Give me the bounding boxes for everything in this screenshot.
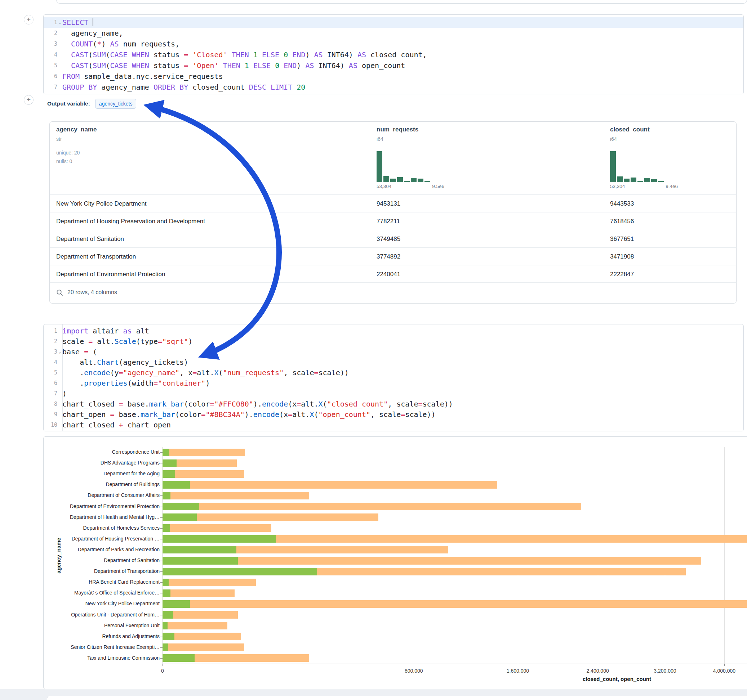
code-line[interactable]: 5 .encode(y="agency_name", x=alt.X("num_… (44, 368, 743, 378)
table-cell: 3471908 (610, 248, 634, 266)
python-code-lines[interactable]: 1import altair as alt2scale = alt.Scale(… (44, 326, 743, 430)
code-token (127, 61, 132, 70)
y-axis-label: Correspondence Unit (44, 449, 160, 455)
code-line[interactable]: 6FROM sample_data.nyc.service_requests (44, 71, 743, 82)
histogram-bar (624, 179, 629, 182)
code-token (62, 39, 71, 48)
code-line[interactable]: 4 CAST(SUM(CASE WHEN status = 'Closed' T… (44, 49, 743, 60)
code-line[interactable]: 4 alt.Chart(agency_tickets) (44, 357, 743, 368)
bar-closed-count (163, 492, 309, 499)
code-token (258, 50, 262, 59)
code-token: (color (175, 410, 201, 419)
bar-closed-count (163, 600, 747, 608)
code-token: ) (62, 389, 67, 398)
gutter-separator (62, 324, 63, 431)
add-cell-button[interactable]: + (24, 15, 33, 24)
code-text: CAST(SUM(CASE WHEN status = 'Closed' THE… (62, 49, 427, 60)
code-token: status (149, 61, 184, 70)
code-line[interactable]: 5 CAST(SUM(CASE WHEN status = 'Open' THE… (44, 60, 743, 71)
code-line[interactable]: 1import altair as alt (44, 326, 743, 336)
code-token: ) (305, 50, 314, 59)
table-cell: 3677651 (610, 230, 634, 248)
code-token: ). (245, 410, 253, 419)
code-token: = (119, 400, 123, 408)
code-line[interactable]: 6 .properties(width="container") (44, 378, 743, 389)
code-token: 0 (275, 61, 279, 70)
search-icon[interactable] (56, 289, 63, 296)
code-token (62, 50, 71, 59)
code-token: X (319, 400, 323, 408)
code-token: alt. (62, 358, 97, 367)
line-number: 2 (44, 28, 57, 39)
code-token: ELSE (253, 61, 271, 70)
x-tick-label: 0 (137, 668, 188, 674)
code-token: = (110, 410, 114, 419)
code-token: = (314, 368, 318, 377)
line-number: 10 (44, 420, 57, 430)
code-line[interactable]: 3⌄base = ( (44, 347, 743, 357)
code-text: GROUP BY agency_name ORDER BY closed_cou… (62, 82, 305, 92)
code-token: CAST (71, 61, 88, 70)
table-cell: 7782211 (377, 213, 400, 230)
code-line[interactable]: 3 COUNT(*) AS num_requests, (44, 39, 743, 49)
gridline (598, 447, 598, 664)
code-token: mark_bar (149, 400, 184, 408)
table-cell: Department of Sanitation (56, 230, 124, 248)
column-name: agency_name (56, 126, 97, 133)
line-number: 7 (44, 389, 57, 399)
table-cell: 3749485 (377, 230, 400, 248)
code-token: GROUP BY (62, 83, 97, 92)
table-row: New York City Police Department945313194… (50, 195, 736, 212)
add-cell-button[interactable]: + (24, 95, 33, 105)
table-row: Department of Environmental Protection22… (50, 265, 736, 283)
fold-caret-icon[interactable]: ⌄ (57, 17, 62, 28)
output-variable-label: Output variable: (47, 101, 90, 107)
sql-code-editor[interactable]: 1⌄SELECT 2 agency_name,3 COUNT(*) AS num… (43, 14, 744, 94)
code-token: encode (253, 410, 279, 419)
code-line[interactable]: 7) (44, 389, 743, 399)
line-number: 7 (44, 82, 57, 92)
table-cell: 9443533 (610, 195, 634, 213)
code-token: = (201, 410, 206, 419)
code-token: ). (253, 400, 262, 408)
code-line[interactable]: 8chart_closed = base.mark_bar(color="#FF… (44, 399, 743, 409)
line-number: 6 (44, 378, 57, 389)
histogram-bar (617, 177, 623, 182)
code-line[interactable]: 9chart_open = base.mark_bar(color="#8BC3… (44, 409, 743, 420)
code-text: import altair as alt (62, 326, 149, 336)
histogram-bar (651, 179, 657, 182)
code-line[interactable]: 2scale = alt.Scale(type="sqrt") (44, 336, 743, 347)
code-token: scale)) (319, 368, 349, 377)
code-token: ( (323, 400, 327, 408)
code-line[interactable]: 2 agency_name, (44, 28, 743, 39)
code-token (249, 61, 253, 70)
code-token: chart_open (62, 410, 110, 419)
code-token (279, 50, 284, 59)
code-line[interactable]: 1⌄SELECT (44, 17, 743, 28)
code-token: Scale (115, 337, 136, 345)
code-token: THEN (232, 50, 249, 59)
code-token: "agency_name" (123, 368, 180, 377)
code-line[interactable]: 10chart_closed + chart_open (44, 420, 743, 430)
line-number: 5 (44, 60, 57, 71)
histogram-range: 53,3049.4e6 (610, 184, 678, 189)
code-token: 1 (245, 61, 249, 70)
x-tick-label: 800,000 (389, 668, 439, 674)
y-axis-label: Taxi and Limousine Commission (44, 655, 160, 661)
table-footer: 20 rows, 4 columns (56, 287, 117, 298)
code-token: AS (349, 61, 357, 70)
code-line[interactable]: 7GROUP BY agency_name ORDER BY closed_co… (44, 82, 743, 92)
sql-code-lines[interactable]: 1⌄SELECT 2 agency_name,3 COUNT(*) AS num… (44, 17, 743, 92)
y-axis-title: agency_name (56, 502, 62, 609)
chart-output-card: 0800,0001,600,0002,400,0003,200,0004,000… (43, 436, 747, 689)
output-variable-chip[interactable]: agency_tickets (95, 99, 136, 109)
code-token: as (123, 327, 132, 335)
x-tick-label: 1,600,000 (493, 668, 543, 674)
code-token: ( (314, 410, 318, 419)
code-token: (x (288, 400, 296, 408)
code-token: properties (84, 379, 127, 388)
y-axis-label: Department for the Aging (44, 471, 160, 477)
histogram-min: 53,304 (377, 184, 391, 189)
fold-caret-icon[interactable]: ⌄ (57, 347, 62, 357)
python-code-editor[interactable]: 1import altair as alt2scale = alt.Scale(… (43, 324, 744, 431)
